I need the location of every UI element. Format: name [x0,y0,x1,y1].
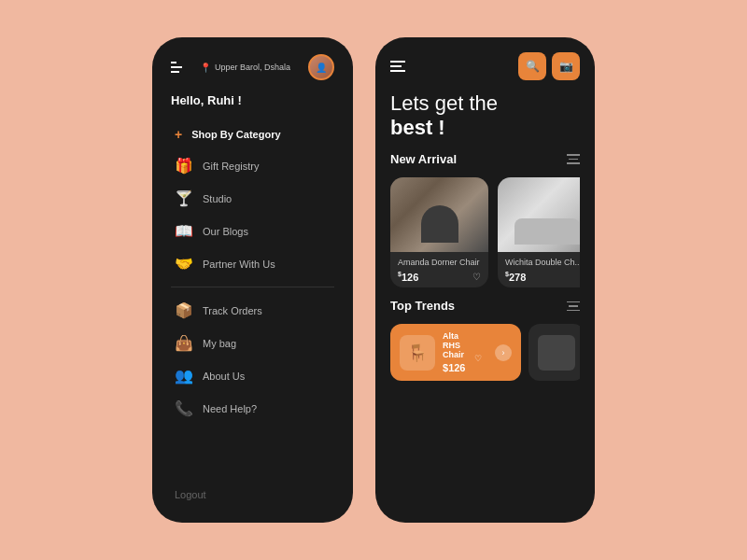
camera-button[interactable]: 📷 [552,52,580,80]
header-buttons: 🔍 📷 [518,52,580,80]
menu-item-label: Shop By Category [191,129,280,140]
left-phone: 📍 Upper Barol, Dshala 👤 Hello, Ruhi ! + … [152,37,353,523]
trend-image-alta: 🪑 [400,335,435,371]
menu-item-label: Partner With Us [203,259,275,270]
avatar-icon: 👤 [316,63,327,73]
trend-image-extra [538,335,575,371]
trend-card-alta[interactable]: 🪑 Alta RHS Chair $126 ♡ › [390,324,521,381]
greeting-prefix: Hello, [171,93,207,107]
menu-list: + Shop By Category 🎁 Gift Registry 🍸 Stu… [171,120,334,483]
studio-icon: 🍸 [175,189,193,207]
track-icon: 📦 [175,301,193,319]
search-icon: 🔍 [526,60,540,73]
phone-icon: 📞 [175,399,193,417]
top-trends-header: Top Trends [390,299,580,313]
product-card-chair[interactable]: Amanda Dorner Chair $126 ♡ [390,177,488,288]
app-header: 🔍 📷 [390,52,580,80]
camera-icon: 📷 [559,60,573,73]
menu-icon[interactable] [171,62,182,73]
product-price-row-chair: $126 ♡ [398,271,481,283]
product-name-sofa: Wichita Double Ch... [505,258,580,267]
wishlist-icon-chair[interactable]: ♡ [472,272,481,282]
product-price-row-sofa: $278 ♡ [505,271,580,283]
new-arrival-title: New Arrival [390,152,457,166]
sidebar-item-need-help[interactable]: 📞 Need Help? [171,393,334,424]
product-price-sofa: $278 [505,271,526,283]
search-button[interactable]: 🔍 [518,52,546,80]
logout-button[interactable]: Logout [171,483,334,506]
sidebar-item-track-orders[interactable]: 📦 Track Orders [171,295,334,326]
new-arrival-filter-icon[interactable] [567,154,580,164]
partner-icon: 🤝 [175,255,193,273]
product-info-sofa: Wichita Double Ch... $278 ♡ [498,252,580,288]
product-image-chair [390,177,488,252]
menu-item-label: Gift Registry [203,161,260,172]
avatar[interactable]: 👤 [308,54,334,80]
hero-line2: best ! [390,116,445,139]
location-pill: 📍 Upper Barol, Dshala [200,63,290,73]
trend-arrow-icon[interactable]: › [495,344,512,361]
product-info-chair: Amanda Dorner Chair $126 ♡ [390,252,488,288]
menu-item-label: About Us [203,371,245,382]
sidebar-item-partner[interactable]: 🤝 Partner With Us [171,248,334,279]
menu-item-label: Track Orders [203,305,262,316]
hero-line1: Lets get the [390,91,498,115]
menu-item-label: Studio [203,193,232,204]
right-phone: 🔍 📷 Lets get the best ! New Arrival Aman… [375,37,595,523]
top-trends-products: 🪑 Alta RHS Chair $126 ♡ › [390,324,580,381]
blog-icon: 📖 [175,222,193,240]
bag-icon: 👜 [175,334,193,352]
trend-card-extra[interactable] [529,324,580,381]
hero-section: Lets get the best ! [390,91,580,141]
hamburger-menu[interactable] [390,61,405,72]
greeting: Hello, Ruhi ! [171,93,334,107]
trend-info-alta: Alta RHS Chair $126 [443,331,472,373]
product-price-chair: $126 [398,271,418,283]
hero-heading: Lets get the best ! [390,91,580,141]
sidebar-item-gift-registry[interactable]: 🎁 Gift Registry [171,150,334,181]
product-card-sofa[interactable]: Wichita Double Ch... $278 ♡ [498,177,580,288]
menu-item-label: Our Blogs [203,226,248,237]
location-pin-icon: 📍 [200,63,211,73]
sidebar-item-about-us[interactable]: 👥 About Us [171,360,334,391]
top-trends-filter-icon[interactable] [567,301,580,312]
sidebar-item-my-bag[interactable]: 👜 My bag [171,328,334,358]
new-arrival-products: Amanda Dorner Chair $126 ♡ Wichita Doubl… [390,177,580,288]
product-name-chair: Amanda Dorner Chair [398,258,481,267]
menu-item-label: Need Help? [203,403,257,414]
people-icon: 👥 [175,367,193,385]
menu-item-label: My bag [203,338,236,349]
sidebar-item-shop-category[interactable]: + Shop By Category [171,120,334,148]
plus-icon: + [175,127,182,142]
menu-divider [171,287,334,287]
top-bar: 📍 Upper Barol, Dshala 👤 [171,54,334,80]
trend-wishlist-icon[interactable]: ♡ [474,354,482,363]
new-arrival-header: New Arrival [390,152,580,166]
sidebar-item-studio[interactable]: 🍸 Studio [171,183,334,214]
location-text: Upper Barol, Dshala [215,63,290,72]
top-trends-title: Top Trends [390,299,455,313]
greeting-name: Ruhi ! [207,93,242,107]
product-image-sofa [498,177,580,252]
trend-name-alta: Alta RHS Chair [443,331,472,359]
sidebar-item-blogs[interactable]: 📖 Our Blogs [171,216,334,246]
trend-price-alta: $126 [443,362,472,373]
gift-icon: 🎁 [175,157,193,175]
